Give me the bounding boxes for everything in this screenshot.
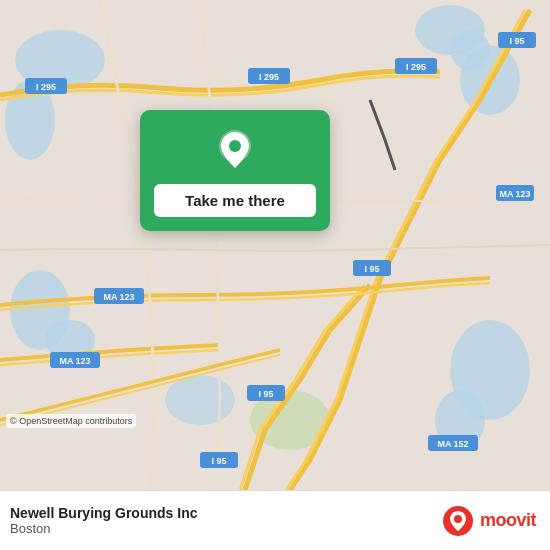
moovit-logo: moovit <box>442 505 536 537</box>
svg-point-5 <box>450 30 490 70</box>
osm-attribution: © OpenStreetMap contributors <box>6 414 136 428</box>
location-pin-icon <box>213 128 257 172</box>
take-me-there-button[interactable]: Take me there <box>154 184 316 217</box>
svg-point-35 <box>229 140 241 152</box>
bottom-left: Newell Burying Grounds Inc Boston <box>10 505 197 536</box>
svg-point-37 <box>454 515 462 523</box>
svg-text:I 95: I 95 <box>364 264 379 274</box>
svg-text:I 95: I 95 <box>211 456 226 466</box>
svg-text:I 295: I 295 <box>36 82 56 92</box>
svg-text:MA 123: MA 123 <box>59 356 90 366</box>
svg-text:I 295: I 295 <box>259 72 279 82</box>
moovit-brand-icon <box>442 505 474 537</box>
svg-text:MA 123: MA 123 <box>499 189 530 199</box>
map-container: I 295 I 295 I 295 I 95 MA 123 I 95 I 95 … <box>0 0 550 490</box>
svg-text:I 295: I 295 <box>406 62 426 72</box>
svg-text:I 95: I 95 <box>258 389 273 399</box>
svg-point-10 <box>165 375 235 425</box>
svg-text:I 95: I 95 <box>509 36 524 46</box>
location-card: Take me there <box>140 110 330 231</box>
svg-text:MA 152: MA 152 <box>437 439 468 449</box>
moovit-brand-text: moovit <box>480 510 536 531</box>
place-city: Boston <box>10 521 197 536</box>
bottom-bar: Newell Burying Grounds Inc Boston moovit <box>0 490 550 550</box>
place-name: Newell Burying Grounds Inc <box>10 505 197 521</box>
svg-text:MA 123: MA 123 <box>103 292 134 302</box>
